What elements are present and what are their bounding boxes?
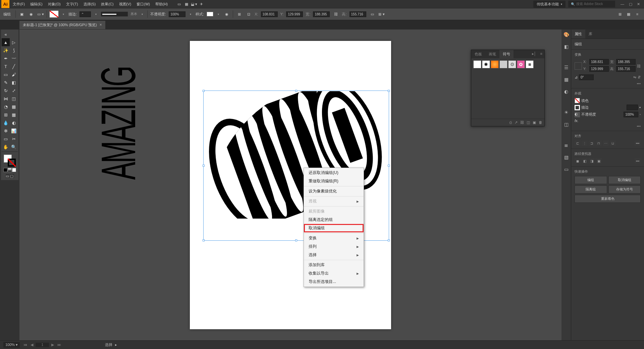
zoom-tool[interactable]: 🔍 (10, 143, 18, 151)
flip-h-icon[interactable]: ⇋ (633, 75, 636, 79)
stroke-profile[interactable] (101, 12, 128, 16)
paintbrush-tool[interactable]: 🖌 (10, 70, 18, 78)
dock-color-guide-icon[interactable]: ◧ (562, 43, 570, 50)
workspace-switcher[interactable]: 传统基本功能 ▾ (533, 1, 566, 8)
cm-undo[interactable]: 还原取消编组(U) (304, 169, 364, 177)
more-options-icon[interactable]: ••• (635, 140, 641, 146)
cm-export-selection[interactable]: 导出所选项目... (304, 278, 364, 286)
zoom-dropdown[interactable]: 100% ▾ (3, 342, 20, 348)
opacity-dd[interactable]: ▾ (188, 12, 193, 16)
btn-isolate[interactable]: 隔离组 (575, 185, 607, 193)
btn-ungroup[interactable]: 取消编组 (608, 176, 641, 184)
cm-select[interactable]: 选择▶ (304, 251, 364, 259)
edit-contents-icon[interactable]: ◉ (28, 11, 35, 17)
prop-w-input[interactable] (616, 59, 636, 65)
menu-edit[interactable]: 编辑(E) (28, 0, 45, 8)
prop-h-input[interactable] (616, 66, 636, 72)
dock-gradient-icon[interactable]: ▦ (562, 76, 570, 83)
eraser-tool[interactable]: ◧ (10, 78, 18, 86)
document-tab[interactable]: 未标题-1 [已恢复]* @ 100% (RGB/GPU 预览) × (19, 21, 105, 29)
eyedropper-tool[interactable]: 💧 (2, 119, 10, 127)
symbol-thumb[interactable] (491, 60, 499, 68)
touch-icon[interactable]: ▭ (176, 1, 182, 7)
dock-appearance-icon[interactable]: ☀ (562, 109, 570, 116)
panel-menu-icon[interactable]: ≡ (634, 11, 641, 17)
align-vcenter[interactable]: ⋯ (603, 140, 609, 146)
stroke-color[interactable] (8, 159, 16, 167)
align-icon[interactable]: ⊞ (236, 11, 243, 17)
symbol-thumb[interactable]: ⚙ (508, 60, 516, 68)
screen-mode-full[interactable]: ▢ (10, 174, 14, 178)
h-input[interactable]: 155.716 (350, 11, 366, 17)
mesh-tool[interactable]: ⊞ (2, 111, 10, 119)
selection-tool[interactable]: ▲ (2, 38, 10, 46)
tool-collapse[interactable]: « (2, 30, 10, 38)
screen-mode-normal[interactable]: ▭ (6, 174, 10, 178)
rotate-tool[interactable]: ↻ (2, 86, 10, 95)
arrange-docs-icon[interactable]: ▦ (183, 1, 190, 7)
direct-selection-tool[interactable]: ▷ (10, 38, 18, 46)
style-swatch[interactable] (207, 12, 213, 16)
tab-symbols[interactable]: 符号 (499, 50, 514, 58)
cm-arrange[interactable]: 排列▶ (304, 242, 364, 251)
prop-x-input[interactable] (589, 59, 609, 65)
rectangle-tool[interactable]: ▭ (2, 70, 10, 78)
dock-artboards-icon[interactable]: ▭ (562, 166, 570, 173)
dock-layers-icon[interactable]: ≣ (562, 141, 570, 149)
nav-next[interactable]: ▶ (50, 343, 55, 347)
symbol-thumb[interactable]: ✿ (517, 60, 525, 68)
tab-swatches[interactable]: 色板 (471, 50, 485, 58)
free-transform-tool[interactable]: ◫ (10, 95, 18, 103)
menu-type[interactable]: 文字(T) (63, 0, 81, 8)
color-mode-gradient[interactable] (8, 168, 12, 172)
artboard-num[interactable]: 1 (36, 343, 49, 347)
dock-color-icon[interactable]: 🎨 (562, 31, 570, 38)
btn-recolor[interactable]: 重新着色 (575, 195, 641, 203)
search-stock-input[interactable]: 🔍 搜索 Adobe Stock (568, 1, 615, 7)
ref-point-widget[interactable] (575, 62, 582, 70)
tab-libraries[interactable]: 库 (585, 30, 596, 39)
pf-exclude[interactable]: ▣ (596, 158, 602, 164)
x-input[interactable]: 108.831 (261, 11, 278, 17)
color-mode-solid[interactable] (3, 168, 7, 172)
symbol-new-icon[interactable]: ▣ (533, 120, 536, 125)
style-dd[interactable]: ▾ (216, 12, 221, 16)
stroke-weight-input[interactable]: ⌃ (79, 11, 91, 17)
symbol-place-icon[interactable]: ↗ (515, 120, 518, 125)
link-wh-icon[interactable]: ⛓ (332, 11, 339, 17)
prop-y-input[interactable] (589, 66, 609, 72)
perspective-icon[interactable]: ▦ (625, 11, 632, 17)
pf-minus-front[interactable]: ◧ (582, 158, 588, 164)
more-options-icon[interactable]: ••• (635, 158, 641, 164)
snap-icon[interactable]: ⊞ (616, 11, 623, 17)
cm-collect-export[interactable]: 收集以导出▶ (304, 269, 364, 278)
dock-transparency-icon[interactable]: ◐ (562, 88, 570, 95)
w-input[interactable]: 188.395 (313, 11, 330, 17)
fill-stroke-swatch[interactable] (4, 155, 16, 167)
align-hcenter[interactable]: ⋮ (582, 140, 588, 146)
close-tab-icon[interactable]: × (100, 22, 102, 27)
cm-transform[interactable]: 变换▶ (304, 234, 364, 242)
nav-last[interactable]: ⏭ (56, 343, 62, 347)
cm-add-library[interactable]: 添加到库 (304, 261, 364, 269)
color-mode-none[interactable] (12, 168, 16, 172)
btn-group[interactable]: 编组 (575, 176, 607, 184)
opacity-input[interactable]: 100% (169, 11, 185, 17)
symbol-thumb[interactable] (473, 60, 481, 68)
stroke-weight[interactable] (627, 105, 638, 110)
stroke-preset-dd[interactable]: ▾ (140, 12, 145, 16)
symbol-thumb[interactable]: ▦ (526, 60, 534, 68)
maximize-button[interactable]: ▢ (629, 2, 632, 6)
more-options-icon[interactable]: ••• (575, 124, 641, 128)
align-top[interactable]: ⊓ (596, 140, 602, 146)
stroke-dd[interactable]: ▾ (94, 12, 98, 16)
menu-view[interactable]: 视图(V) (116, 0, 134, 8)
symbol-options-icon[interactable]: ◫ (527, 120, 530, 125)
symbol-delete-icon[interactable]: 🗑 (539, 120, 542, 125)
artboard-tool[interactable]: ▭ (2, 135, 10, 143)
bbox-icon[interactable]: ▣ (18, 11, 25, 17)
shape-icon[interactable]: ▭ (369, 11, 376, 17)
lasso-tool[interactable]: ⟆ (10, 46, 18, 54)
status-arrow-icon[interactable]: ▸ (115, 343, 117, 347)
pf-unite[interactable]: ◼ (575, 158, 581, 164)
